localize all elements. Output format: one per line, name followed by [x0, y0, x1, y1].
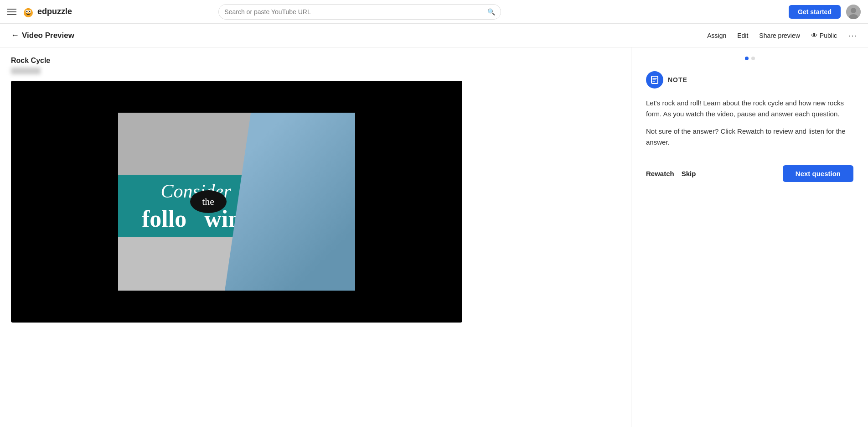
secondary-nav-actions: Assign Edit Share preview 👁 Public ⋯ [707, 30, 857, 41]
video-container[interactable]: Consider the follo wing [11, 81, 462, 323]
avatar-image [846, 5, 861, 19]
video-meta: blurred info [11, 68, 620, 74]
dot-2 [751, 57, 755, 60]
dots-indicator [646, 57, 853, 60]
back-button[interactable]: ← Video Preview [11, 31, 74, 40]
right-panel: NOTE Let's rock and roll! Learn about th… [631, 47, 868, 427]
skip-button[interactable]: Skip [682, 170, 696, 177]
back-arrow-icon: ← [11, 31, 19, 40]
more-options-button[interactable]: ⋯ [848, 30, 857, 41]
avatar[interactable] [846, 5, 861, 19]
note-text-1: Let's rock and roll! Learn about the roc… [646, 98, 853, 120]
left-panel: Rock Cycle blurred info Consider the fol… [0, 47, 631, 427]
note-icon [646, 71, 663, 89]
public-label: Public [820, 32, 837, 39]
logo[interactable]: edpuzzle [22, 5, 72, 18]
secondary-nav: ← Video Preview Assign Edit Share previe… [0, 24, 868, 47]
note-symbol [651, 76, 659, 84]
get-started-button[interactable]: Get started [789, 5, 841, 19]
note-text-2: Not sure of the answer? Click Rewatch to… [646, 126, 853, 148]
svg-point-8 [851, 8, 856, 13]
note-header: NOTE [646, 71, 853, 89]
search-icon: 🔍 [487, 8, 495, 16]
rewatch-button[interactable]: Rewatch [646, 170, 674, 177]
logo-text: edpuzzle [37, 7, 72, 16]
nav-right: Get started [789, 5, 861, 19]
search-bar[interactable]: 🔍 [218, 4, 501, 20]
logo-icon [22, 5, 35, 18]
video-title: Rock Cycle [11, 57, 620, 65]
video-meta-blurred: blurred info [11, 68, 41, 74]
video-frame: Consider the follo wing [118, 113, 355, 291]
public-badge[interactable]: 👁 Public [811, 31, 837, 39]
note-label: NOTE [668, 76, 687, 83]
next-question-button[interactable]: Next question [783, 165, 853, 182]
svg-point-4 [26, 10, 28, 12]
search-input[interactable] [224, 8, 487, 16]
svg-point-5 [29, 10, 31, 12]
assign-link[interactable]: Assign [707, 32, 726, 39]
top-nav: edpuzzle 🔍 Get started [0, 0, 868, 24]
edit-link[interactable]: Edit [737, 32, 748, 39]
page-title: Video Preview [22, 31, 74, 40]
share-preview-link[interactable]: Share preview [759, 32, 800, 39]
main-content: Rock Cycle blurred info Consider the fol… [0, 47, 868, 427]
dot-1 [745, 57, 749, 60]
hamburger-menu[interactable] [7, 9, 16, 15]
eye-icon: 👁 [811, 31, 818, 39]
action-row: Rewatch Skip Next question [646, 165, 853, 182]
